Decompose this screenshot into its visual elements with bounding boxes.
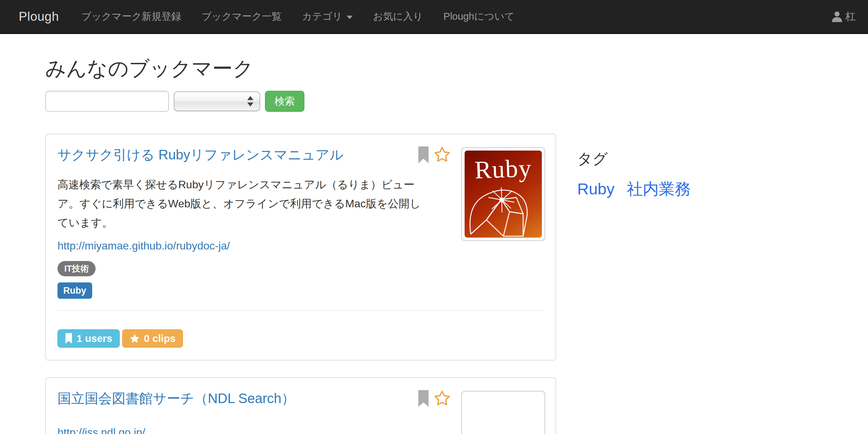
users-count-label: 1 users	[77, 333, 112, 344]
card-icons	[418, 146, 450, 163]
tag-cloud-link[interactable]: Ruby	[577, 179, 615, 198]
ruby-gem-graphic	[466, 183, 540, 237]
nav-item-about[interactable]: Ploughについて	[433, 0, 525, 33]
nav-item-category-label: カテゴリ	[302, 10, 343, 23]
stepper-arrows-icon	[247, 96, 253, 107]
tag-label[interactable]: Ruby	[57, 282, 92, 299]
search-keyword-input[interactable]	[45, 91, 169, 112]
category-badge[interactable]: IT技術	[57, 261, 96, 276]
category-row: IT技術	[57, 261, 544, 276]
bookmark-thumbnail[interactable]: Ruby	[461, 147, 545, 241]
bookmark-thumbnail[interactable]	[461, 391, 545, 434]
tag-row: Ruby	[57, 282, 544, 299]
tag-cloud: Ruby 社内業務	[577, 178, 781, 200]
divider	[57, 310, 544, 311]
nav-item-category-menu[interactable]: カテゴリ	[292, 0, 363, 33]
search-form: 検索	[45, 91, 556, 112]
clips-count-badge[interactable]: 0 clips	[122, 329, 183, 348]
caret-down-icon	[347, 16, 353, 19]
nav-item-favorites[interactable]: お気に入り	[363, 0, 433, 33]
bookmark-title-link[interactable]: 国立国会図書館サーチ（NDL Search）	[57, 390, 295, 406]
clips-count-label: 0 clips	[144, 333, 176, 344]
tag-cloud-link[interactable]: 社内業務	[627, 178, 691, 200]
ruby-logo: Ruby	[465, 151, 542, 238]
category-select[interactable]	[174, 91, 260, 111]
tags-heading: タグ	[577, 149, 781, 169]
star-outline-icon[interactable]	[434, 390, 450, 406]
bookmark-url-link[interactable]: http://miyamae.github.io/rubydoc-ja/	[57, 240, 230, 252]
bookmark-card: 国立国会図書館サーチ（NDL Search） http://iss.ndl.go…	[45, 377, 556, 434]
bookmark-description: 高速検索で素早く探せるRubyリファレンスマニュアル（るりま）ビューア。すぐに利…	[57, 175, 428, 232]
star-outline-icon[interactable]	[434, 146, 450, 163]
user-menu[interactable]: 杠	[831, 0, 856, 33]
page-title: みんなのブックマーク	[45, 57, 556, 80]
bookmark-icon[interactable]	[418, 146, 429, 163]
nav-item-bookmark-list[interactable]: ブックマーク一覧	[191, 0, 292, 33]
main-content: みんなのブックマーク 検索 サクサク引ける Rubyリファレンスマニュアル Ru…	[45, 57, 556, 434]
user-name: 杠	[845, 10, 856, 24]
card-icons	[418, 390, 450, 407]
star-icon	[130, 333, 140, 344]
tags-sidebar: タグ Ruby 社内業務	[577, 149, 781, 200]
ruby-logo-text: Ruby	[465, 153, 542, 185]
users-count-badge[interactable]: 1 users	[57, 329, 120, 348]
bookmark-icon	[65, 333, 72, 344]
nav-item-new-bookmark[interactable]: ブックマーク新規登録	[71, 0, 191, 33]
search-button[interactable]: 検索	[265, 91, 304, 112]
stats-row: 1 users 0 clips	[57, 329, 544, 348]
bookmark-icon[interactable]	[418, 390, 429, 407]
person-icon	[831, 11, 843, 23]
bookmark-title-link[interactable]: サクサク引ける Rubyリファレンスマニュアル	[57, 146, 343, 163]
bookmark-card: サクサク引ける Rubyリファレンスマニュアル Ruby	[45, 134, 556, 361]
bookmark-url-link[interactable]: http://iss.ndl.go.jp/	[57, 426, 145, 434]
navbar: Plough ブックマーク新規登録 ブックマーク一覧 カテゴリ お気に入り Pl…	[0, 0, 868, 34]
navbar-links: ブックマーク新規登録 ブックマーク一覧 カテゴリ お気に入り Ploughについ…	[71, 0, 525, 33]
brand-link[interactable]: Plough	[19, 10, 59, 24]
